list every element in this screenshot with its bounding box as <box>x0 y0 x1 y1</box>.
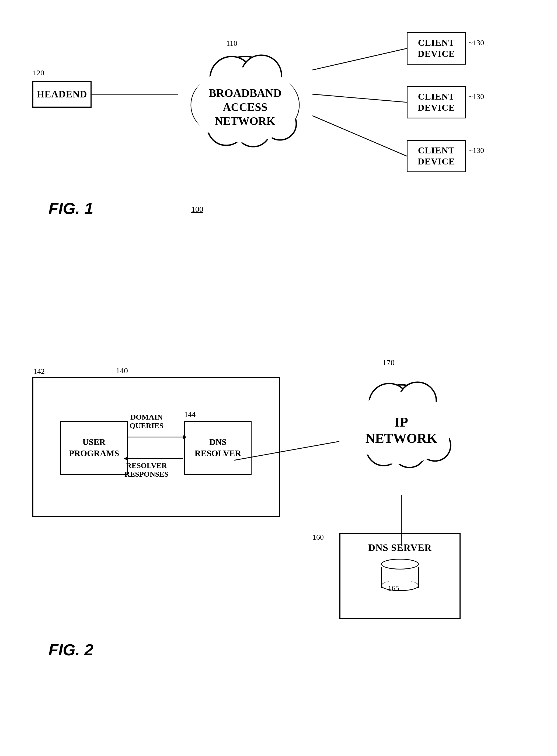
fig1-diagram: 120 HEADEND BROADBAND ACCESS <box>16 16 544 258</box>
ref-130-2: ~130 <box>469 92 484 101</box>
client-device-3-label: CLIENTDEVICE <box>418 145 455 167</box>
fig1-caption: FIG. 1 <box>49 199 93 218</box>
svg-text:NETWORK: NETWORK <box>215 115 275 127</box>
client-device-1-label: CLIENTDEVICE <box>418 37 455 60</box>
ref-165: 165 <box>388 584 399 593</box>
svg-text:BROADBAND: BROADBAND <box>209 87 282 99</box>
svg-marker-17 <box>183 435 187 439</box>
dns-server-label: DNS SERVER <box>368 542 432 553</box>
client-device-3: CLIENTDEVICE <box>407 140 466 172</box>
ref-140: 140 <box>116 366 128 375</box>
ref-160: 160 <box>313 533 324 541</box>
ref-170: 170 <box>382 358 394 367</box>
svg-text:IP: IP <box>394 414 408 430</box>
svg-text:ACCESS: ACCESS <box>223 101 267 113</box>
headend-label: HEADEND <box>37 89 87 100</box>
inner-arrows <box>33 378 281 518</box>
database-cylinder <box>381 559 419 591</box>
client-device-box-140: 142 USERPROGRAMS DOMAIN QUERIES RESOLVER… <box>32 377 280 517</box>
cylinder-bottom <box>381 580 419 591</box>
client-device-2: CLIENTDEVICE <box>407 86 466 118</box>
page: 120 HEADEND BROADBAND ACCESS <box>0 0 557 756</box>
fig2-caption: FIG. 2 <box>49 640 93 659</box>
client-device-2-label: CLIENTDEVICE <box>418 91 455 113</box>
ref-130-3: ~130 <box>469 146 484 155</box>
svg-line-14 <box>313 94 407 102</box>
headend-box: HEADEND <box>32 81 92 108</box>
client-device-1: CLIENTDEVICE <box>407 32 466 65</box>
fig2-diagram: 142 USERPROGRAMS DOMAIN QUERIES RESOLVER… <box>16 350 544 727</box>
ip-network-cloud: IP NETWORK <box>340 369 463 482</box>
dns-server-box: DNS SERVER <box>340 533 461 619</box>
svg-line-13 <box>313 49 407 70</box>
fig1-ref-100: 100 <box>191 204 203 214</box>
svg-text:NETWORK: NETWORK <box>365 431 437 446</box>
ref-110: 110 <box>226 39 237 48</box>
ref-120: 120 <box>33 69 44 77</box>
ref-130-1: ~130 <box>469 38 484 47</box>
svg-marker-19 <box>124 457 128 461</box>
svg-line-15 <box>313 116 407 156</box>
ref-142: 142 <box>33 367 45 376</box>
broadband-network-cloud: BROADBAND ACCESS NETWORK <box>178 43 313 156</box>
